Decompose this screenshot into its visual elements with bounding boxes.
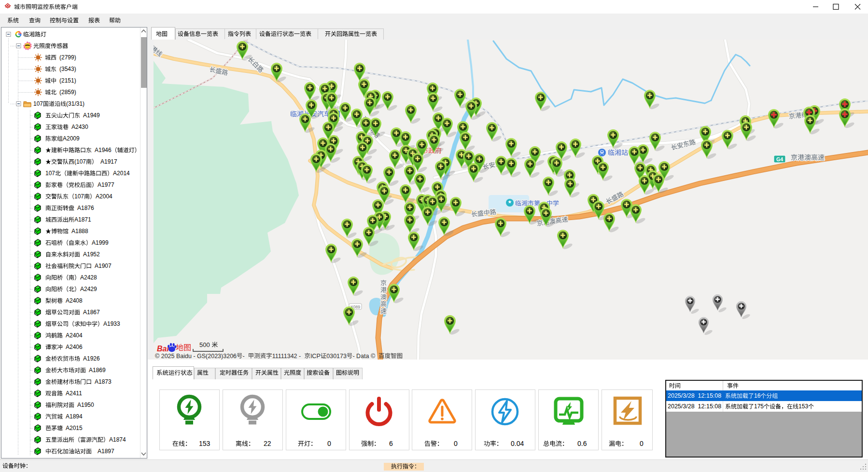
svg-text:ICP: ICP bbox=[310, 353, 321, 360]
svg-text:Bai: Bai bbox=[157, 345, 169, 353]
svg-text:500: 500 bbox=[199, 341, 210, 348]
svg-text:030173: 030173 bbox=[326, 353, 347, 360]
svg-text:-: - bbox=[243, 353, 245, 360]
svg-text:© 2025 Baidu - GS(2023)3206: © 2025 Baidu - GS(2023)3206 bbox=[155, 353, 237, 360]
svg-text:G4: G4 bbox=[776, 156, 783, 162]
svg-text:11111342 -: 11111342 - bbox=[272, 353, 301, 360]
svg-text:- Data ©: - Data © bbox=[352, 353, 376, 360]
